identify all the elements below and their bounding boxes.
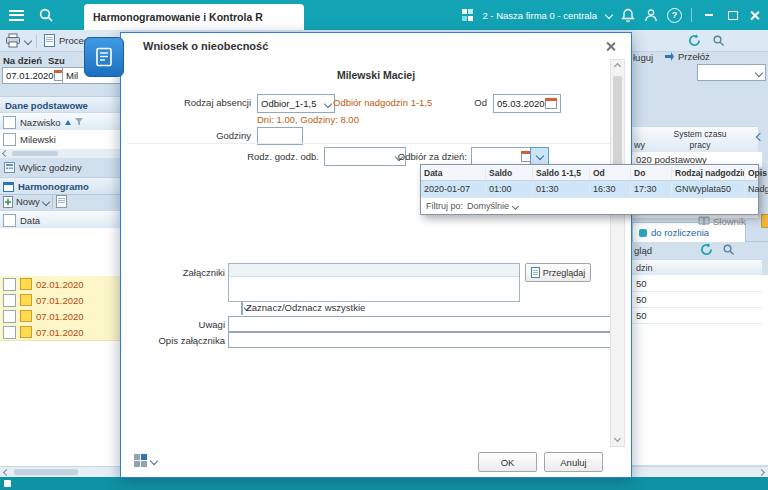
minimize-button[interactable] xyxy=(701,8,716,23)
opis-zalacznika-input[interactable] xyxy=(228,332,613,348)
procedure-document-icon xyxy=(44,34,55,47)
help-icon[interactable]: ? xyxy=(667,8,682,23)
popup-data-row[interactable]: 2020-01-07 01:00 01:30 16:30 17:30 GNWyp… xyxy=(421,181,758,198)
scroll-down-icon[interactable] xyxy=(613,435,620,442)
row-checkbox[interactable] xyxy=(3,133,16,146)
partial-button-label[interactable]: ługuj xyxy=(633,52,653,63)
scroll-up-icon[interactable] xyxy=(613,63,620,70)
company-selector[interactable]: 2 - Nasza firma 0 - centrala xyxy=(482,10,597,21)
hamburger-menu-icon[interactable] xyxy=(9,7,24,23)
od-date-input[interactable]: 05.03.2020 xyxy=(493,94,561,113)
print-button[interactable] xyxy=(5,33,31,48)
harmonogram-toolbar: Nowy xyxy=(0,193,123,210)
chevron-down-icon[interactable] xyxy=(42,197,50,205)
employee-row[interactable]: Milewski xyxy=(0,131,123,147)
tab-harmonogramowanie[interactable]: Harmonogramowanie i Kontrola R xyxy=(84,4,304,30)
chevron-down-icon xyxy=(150,456,158,464)
ok-button[interactable]: OK xyxy=(478,452,537,472)
move-arrow-icon xyxy=(664,51,675,62)
chevron-down-icon[interactable] xyxy=(324,99,332,107)
refresh-icon[interactable] xyxy=(700,243,713,256)
topbar-right-group: 2 - Nasza firma 0 - centrala ? xyxy=(462,0,760,30)
worktime-grid-header[interactable]: wy System czasu pracy xyxy=(632,126,758,154)
scrollbar-thumb[interactable] xyxy=(12,151,58,156)
popup-filter-row[interactable]: Filtruj po: Domyślnie xyxy=(421,198,758,214)
row-checkbox[interactable] xyxy=(3,310,16,323)
wylicz-godziny-button[interactable]: Wylicz godziny xyxy=(2,159,106,175)
row-checkbox[interactable] xyxy=(3,326,16,339)
schedule-row[interactable]: 07.01.2020 xyxy=(0,292,123,309)
row-checkbox[interactable] xyxy=(3,294,16,307)
zalaczniki-listbox[interactable] xyxy=(228,263,520,302)
schedule-grid-header[interactable]: Data xyxy=(0,210,123,230)
przeloz-button[interactable]: Przełóż xyxy=(664,51,710,62)
uwagi-input[interactable] xyxy=(228,316,613,332)
hours-value: 50 xyxy=(636,278,647,289)
user-icon[interactable] xyxy=(644,8,658,22)
maximize-button[interactable] xyxy=(725,8,740,23)
employees-grid-header[interactable]: Nazwisko xyxy=(0,112,123,132)
chevron-down-icon[interactable] xyxy=(755,68,763,76)
options-grid-icon xyxy=(134,454,147,467)
anuluj-button[interactable]: Anuluj xyxy=(544,452,603,472)
search-icon[interactable] xyxy=(38,7,54,23)
close-button[interactable] xyxy=(749,10,760,21)
chevron-down-icon[interactable] xyxy=(605,11,613,19)
hours-row[interactable]: 50 xyxy=(632,308,762,324)
refresh-icon[interactable] xyxy=(688,34,701,47)
przegladaj-button[interactable]: Przeglądaj xyxy=(525,263,591,282)
status-bar xyxy=(0,477,768,490)
top-app-bar: Harmonogramowanie i Kontrola R 2 - Nasza… xyxy=(0,0,768,30)
popup-cell-rodzaj: GNWyplata50 xyxy=(672,183,745,195)
chevron-down-icon[interactable] xyxy=(512,202,519,209)
right-combobox[interactable] xyxy=(697,64,766,81)
filter-search-icon[interactable] xyxy=(712,34,725,47)
calculator-icon xyxy=(4,162,15,173)
tab-title: Harmonogramowanie i Kontrola R xyxy=(93,11,263,23)
tab-do-rozliczenia-label: do rozliczenia xyxy=(651,227,709,238)
rodzaj-absencji-select[interactable]: Odbior_1-1,5 xyxy=(257,94,335,113)
select-all-checkbox[interactable] xyxy=(3,214,16,227)
partial-button-label[interactable]: gląd xyxy=(634,245,652,256)
col-data-label: Data xyxy=(20,215,40,226)
dialog-vertical-scrollbar[interactable] xyxy=(610,59,625,447)
zaznacz-checkbox[interactable] xyxy=(241,302,243,315)
schedule-icon xyxy=(3,181,14,192)
app-grid-icon[interactable] xyxy=(462,9,474,21)
rodzaj-absencji-value: Odbior_1-1,5 xyxy=(261,98,316,109)
footer-options-button[interactable] xyxy=(134,454,157,467)
schedule-row[interactable]: 02.01.2020 xyxy=(0,276,123,293)
filter-value[interactable]: Domyślnie xyxy=(467,201,509,211)
tab-icon xyxy=(639,229,647,237)
hours-row[interactable]: 50 xyxy=(632,292,762,308)
scrollbar-thumb[interactable] xyxy=(14,469,78,475)
popup-col-saldo: Saldo xyxy=(486,167,533,179)
tab-dane-podstawowe-label: Dane podstawowe xyxy=(5,100,88,111)
filter-label: Filtruj po: xyxy=(426,201,463,211)
row-checkbox[interactable] xyxy=(3,278,16,291)
edit-icon[interactable] xyxy=(56,195,67,208)
przeloz-label: Przełóż xyxy=(678,51,710,62)
pencil-icon[interactable] xyxy=(761,214,768,228)
schedule-date: 02.01.2020 xyxy=(36,279,84,290)
dialog-close-icon[interactable] xyxy=(605,41,616,52)
schedule-row[interactable]: 07.01.2020 xyxy=(0,308,123,325)
slownik-button[interactable]: Słownik xyxy=(698,215,746,227)
od-date-value: 05.03.2020 xyxy=(497,98,545,109)
horizontal-scrollbar[interactable] xyxy=(0,149,120,158)
scroll-left-icon[interactable] xyxy=(3,469,10,476)
attachment-icon xyxy=(531,267,540,278)
nowy-button[interactable]: Nowy xyxy=(16,196,40,207)
filter-search-icon[interactable] xyxy=(722,243,735,256)
hours-row[interactable]: 50 xyxy=(632,276,762,292)
procedures-button[interactable]: Proced xyxy=(44,34,89,47)
scroll-left-icon[interactable] xyxy=(2,150,9,157)
scroll-right-icon[interactable] xyxy=(758,469,765,476)
calendar-icon[interactable] xyxy=(545,98,557,109)
schedule-row[interactable]: 07.01.2020 xyxy=(0,324,123,341)
na-dzien-date-input[interactable]: 07.01.2020 xyxy=(2,67,68,84)
popup-col-od: Od xyxy=(590,167,631,179)
chevron-down-icon xyxy=(24,36,32,44)
notifications-bell-icon[interactable] xyxy=(621,8,635,23)
select-all-checkbox[interactable] xyxy=(3,116,16,129)
